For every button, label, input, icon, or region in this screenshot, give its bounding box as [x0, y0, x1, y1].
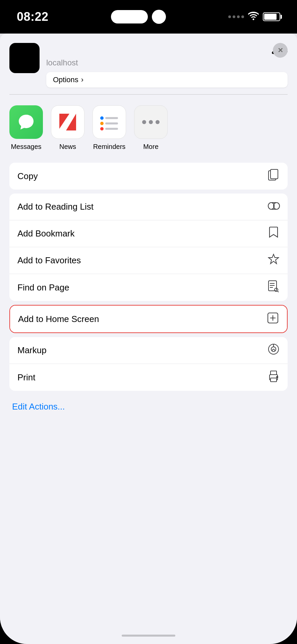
- app-item-more[interactable]: More: [134, 105, 168, 151]
- more-icon: [134, 105, 168, 139]
- find-on-page-action[interactable]: Find on Page: [9, 274, 288, 301]
- messages-icon: [9, 105, 43, 139]
- bookmark-icon: [268, 226, 280, 241]
- svg-rect-7: [105, 122, 118, 124]
- share-sheet: خانه localhost Options › ✕: [0, 34, 297, 627]
- markup-icon: [268, 343, 280, 357]
- add-favorites-label: Add to Favorites: [17, 255, 81, 266]
- battery-icon: [263, 12, 280, 21]
- copy-action[interactable]: Copy: [9, 163, 288, 190]
- share-header: خانه localhost Options › ✕: [0, 34, 297, 94]
- phone-frame: 08:22: [0, 0, 297, 644]
- svg-rect-9: [105, 128, 118, 130]
- add-home-screen-label: Add to Home Screen: [18, 314, 99, 324]
- signal-icon: [228, 15, 244, 18]
- favorites-icon: [268, 254, 280, 267]
- app-url: localhost: [46, 58, 288, 67]
- messages-label: Messages: [11, 143, 41, 151]
- svg-point-4: [100, 116, 104, 120]
- add-home-screen-icon: [267, 313, 279, 326]
- add-reading-list-action[interactable]: Add to Reading List: [9, 194, 288, 220]
- dynamic-island-dot: [152, 10, 166, 24]
- print-label: Print: [17, 372, 35, 383]
- svg-rect-30: [271, 371, 277, 375]
- home-bar: [122, 635, 175, 637]
- svg-rect-31: [271, 378, 277, 382]
- wifi-icon: [248, 12, 259, 22]
- add-bookmark-action[interactable]: Add Bookmark: [9, 220, 288, 247]
- app-item-messages[interactable]: Messages: [9, 105, 43, 151]
- svg-rect-11: [271, 169, 278, 179]
- app-title: خانه: [46, 46, 288, 57]
- website-icon: [9, 43, 40, 73]
- browser-actions-section: Add to Reading List Add Bookmark: [9, 194, 288, 301]
- print-icon: [268, 371, 280, 384]
- more-label: More: [143, 143, 159, 151]
- add-favorites-action[interactable]: Add to Favorites: [9, 247, 288, 274]
- svg-rect-3: [97, 110, 121, 134]
- close-button[interactable]: ✕: [273, 43, 288, 58]
- status-time: 08:22: [17, 10, 49, 24]
- home-indicator: [0, 627, 297, 644]
- status-icons: [228, 12, 280, 22]
- svg-point-6: [100, 122, 104, 125]
- edit-actions-section: Edit Actions...: [0, 395, 297, 415]
- markup-label: Markup: [17, 345, 47, 356]
- copy-section: Copy: [9, 163, 288, 190]
- svg-point-32: [277, 376, 278, 378]
- app-item-reminders[interactable]: Reminders: [93, 105, 126, 151]
- svg-line-22: [278, 291, 279, 292]
- main-content: خانه localhost Options › ✕: [0, 34, 297, 627]
- add-reading-list-label: Add to Reading List: [17, 202, 94, 212]
- markup-action[interactable]: Markup: [9, 337, 288, 364]
- add-home-screen-action[interactable]: Add to Home Screen: [10, 306, 287, 332]
- app-info: خانه localhost Options ›: [46, 43, 288, 88]
- reading-list-icon: [268, 202, 280, 212]
- add-home-screen-wrapper: Add to Home Screen: [9, 305, 288, 333]
- reminders-label: Reminders: [93, 143, 126, 151]
- svg-point-8: [100, 127, 104, 130]
- news-label: News: [59, 143, 76, 151]
- copy-label: Copy: [17, 171, 38, 181]
- svg-rect-5: [105, 117, 118, 119]
- edit-actions-link[interactable]: Edit Actions...: [12, 401, 65, 412]
- add-bookmark-label: Add Bookmark: [17, 228, 75, 239]
- app-item-news[interactable]: News: [51, 105, 84, 151]
- reminders-icon: [93, 105, 126, 139]
- copy-icon: [268, 169, 280, 183]
- dynamic-island-pill: [111, 10, 148, 23]
- print-action[interactable]: Print: [9, 364, 288, 391]
- app-icons-row: Messages News: [0, 95, 297, 159]
- options-button[interactable]: Options ›: [46, 72, 288, 88]
- svg-marker-16: [269, 254, 279, 264]
- status-center: [111, 10, 166, 24]
- find-on-page-label: Find on Page: [17, 282, 69, 293]
- news-icon: [51, 105, 84, 139]
- find-on-page-icon: [268, 280, 280, 295]
- markup-print-section: Markup Print: [9, 337, 288, 391]
- status-bar: 08:22: [0, 0, 297, 34]
